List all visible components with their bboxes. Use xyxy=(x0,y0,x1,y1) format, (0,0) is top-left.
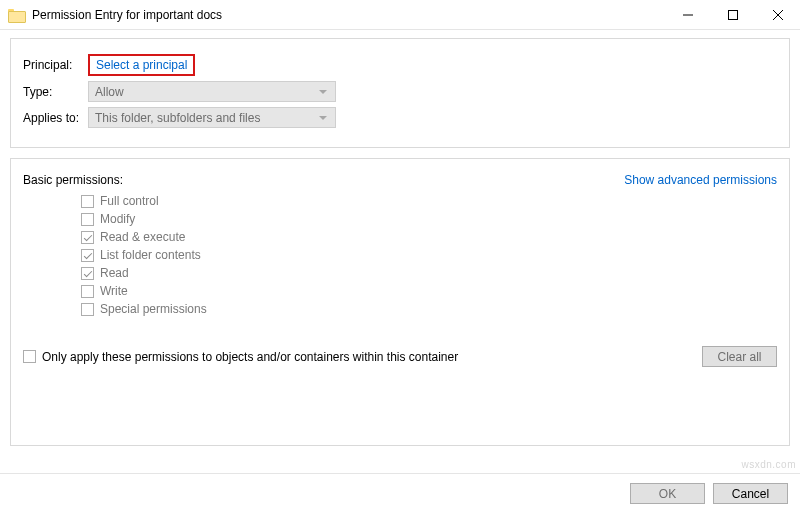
cancel-button[interactable]: Cancel xyxy=(713,483,788,504)
permission-checkbox[interactable] xyxy=(81,213,94,226)
permission-label: Read xyxy=(100,265,129,282)
permission-item: Special permissions xyxy=(81,301,777,318)
applies-to-value: This folder, subfolders and files xyxy=(95,111,260,125)
permissions-list: Full controlModifyRead & executeList fol… xyxy=(81,193,777,318)
permission-label: Write xyxy=(100,283,128,300)
type-value: Allow xyxy=(95,85,124,99)
permission-label: Modify xyxy=(100,211,135,228)
only-apply-label: Only apply these permissions to objects … xyxy=(42,350,458,364)
close-button[interactable] xyxy=(755,0,800,30)
permission-item: Read xyxy=(81,265,777,282)
watermark: wsxdn.com xyxy=(741,459,796,470)
permission-label: Read & execute xyxy=(100,229,185,246)
principal-panel: Principal: Select a principal Type: Allo… xyxy=(10,38,790,148)
type-dropdown[interactable]: Allow xyxy=(88,81,336,102)
select-principal-link[interactable]: Select a principal xyxy=(88,54,195,76)
permission-checkbox[interactable] xyxy=(81,303,94,316)
folder-icon xyxy=(8,9,24,21)
footer-divider xyxy=(0,473,800,474)
applies-to-label: Applies to: xyxy=(23,111,88,125)
permission-checkbox[interactable] xyxy=(81,249,94,262)
minimize-button[interactable] xyxy=(665,0,710,30)
only-apply-checkbox[interactable] xyxy=(23,350,36,363)
permission-item: Write xyxy=(81,283,777,300)
ok-button[interactable]: OK xyxy=(630,483,705,504)
clear-all-button[interactable]: Clear all xyxy=(702,346,777,367)
permission-item: Modify xyxy=(81,211,777,228)
applies-to-dropdown[interactable]: This folder, subfolders and files xyxy=(88,107,336,128)
permission-checkbox[interactable] xyxy=(81,285,94,298)
permission-label: List folder contents xyxy=(100,247,201,264)
svg-rect-1 xyxy=(728,10,737,19)
window-title: Permission Entry for important docs xyxy=(32,8,665,22)
permission-checkbox[interactable] xyxy=(81,267,94,280)
permission-item: Full control xyxy=(81,193,777,210)
maximize-button[interactable] xyxy=(710,0,755,30)
permissions-panel: Basic permissions: Show advanced permiss… xyxy=(10,158,790,446)
permission-checkbox[interactable] xyxy=(81,231,94,244)
permission-item: List folder contents xyxy=(81,247,777,264)
principal-label: Principal: xyxy=(23,58,88,72)
permission-label: Full control xyxy=(100,193,159,210)
titlebar: Permission Entry for important docs xyxy=(0,0,800,30)
basic-permissions-header: Basic permissions: xyxy=(23,173,123,187)
show-advanced-link[interactable]: Show advanced permissions xyxy=(624,173,777,187)
type-label: Type: xyxy=(23,85,88,99)
permission-label: Special permissions xyxy=(100,301,207,318)
permission-item: Read & execute xyxy=(81,229,777,246)
permission-checkbox[interactable] xyxy=(81,195,94,208)
